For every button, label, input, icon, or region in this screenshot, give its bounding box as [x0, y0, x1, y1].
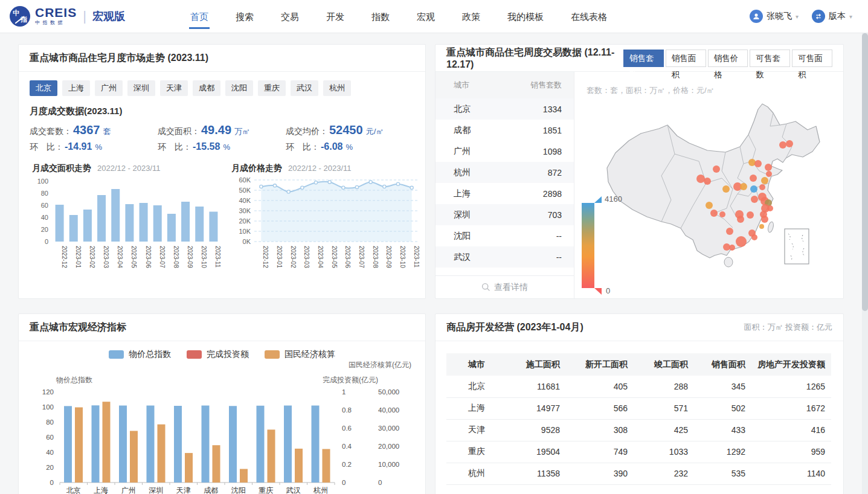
city-tab-深圳[interactable]: 深圳 — [127, 80, 155, 96]
view-detail-label: 查看详情 — [494, 282, 528, 293]
stat-ring-label: 环 比： — [286, 142, 320, 153]
weekly-tab-销售面积[interactable]: 销售面积 — [666, 50, 706, 67]
svg-text:10K: 10K — [239, 228, 251, 235]
nav-item-搜索[interactable]: 搜索 — [236, 0, 254, 33]
legend-label: 物价总指数 — [129, 349, 171, 360]
nav-item-指数[interactable]: 指数 — [371, 0, 390, 33]
weekly-tab-可售面积[interactable]: 可售面积 — [792, 50, 832, 67]
dev-cell: 425 — [634, 419, 694, 441]
svg-text:60: 60 — [41, 202, 48, 209]
svg-text:20K: 20K — [239, 217, 251, 225]
city-tab-北京[interactable]: 北京 — [30, 80, 57, 96]
search-icon — [481, 283, 490, 292]
dev-header-城市: 城市 — [446, 353, 502, 376]
user-menu[interactable]: 张晓飞 ▾ — [750, 10, 799, 23]
legend-label: 国民经济核算 — [285, 349, 335, 360]
colorbar-max-marker — [594, 196, 602, 203]
svg-text:2023-02: 2023-02 — [89, 246, 95, 268]
svg-text:2023-07: 2023-07 — [159, 246, 166, 268]
weekly-row-city: 深圳 — [436, 210, 513, 220]
svg-text:0: 0 — [378, 479, 382, 486]
svg-text:100: 100 — [37, 178, 48, 185]
nav-item-政策[interactable]: 政策 — [462, 0, 480, 33]
nav-item-开发[interactable]: 开发 — [326, 0, 344, 33]
stat-label: 成交套数： — [30, 126, 72, 137]
stat-ring-line: 环 比：-15.58% — [158, 141, 286, 153]
svg-text:0K: 0K — [243, 238, 251, 245]
dev-cell: 杭州 — [446, 463, 502, 484]
colorbar-max-label: 4160 — [605, 194, 622, 204]
dev-cell: 288 — [634, 376, 694, 397]
svg-text:2023-04: 2023-04 — [117, 246, 123, 268]
svg-text:80: 80 — [41, 190, 48, 197]
svg-text:40K: 40K — [239, 197, 251, 204]
dev-cell: 上海 — [446, 397, 502, 419]
svg-text:1: 1 — [342, 388, 346, 396]
version-menu[interactable]: 版本 ▾ — [812, 10, 852, 23]
weekly-row-value: 703 — [513, 210, 574, 220]
city-tab-沈阳[interactable]: 沈阳 — [225, 80, 253, 96]
weekly-row-value: 1851 — [513, 126, 574, 135]
colorbar-min-marker — [594, 288, 602, 295]
logo[interactable]: 中 指 CREIS 中指数据 | 宏观版 — [0, 6, 190, 27]
dev-panel-title: 商品房开发经营 (2023年1-04月) — [446, 321, 583, 334]
weekly-tab-销售价格[interactable]: 销售价格 — [708, 50, 748, 67]
city-tab-天津[interactable]: 天津 — [160, 80, 188, 96]
svg-text:2023-02: 2023-02 — [290, 246, 297, 268]
stat-value: 49.49 — [201, 123, 231, 137]
legend-item-国民经济核算[interactable]: 国民经济核算 — [265, 349, 335, 360]
svg-text:40: 40 — [46, 449, 54, 456]
stat-unit: 元/㎡ — [366, 126, 384, 137]
dev-cell: 571 — [634, 397, 694, 419]
dev-cell: 天津 — [446, 419, 502, 441]
weekly-transactions-panel: 重点城市商品住宅周度交易数据 (12.11-12.17) 销售套数销售面积销售价… — [435, 44, 844, 299]
nav-item-宏观[interactable]: 宏观 — [417, 0, 435, 33]
nav-menu: 首页搜索交易开发指数宏观政策我的模板在线表格 — [190, 0, 607, 33]
weekly-row-city: 广州 — [436, 146, 513, 157]
logo-char-bottom: 指 — [21, 15, 27, 24]
svg-text:成都: 成都 — [204, 486, 218, 494]
nav-item-我的模板[interactable]: 我的模板 — [507, 0, 544, 33]
city-tab-广州[interactable]: 广州 — [95, 80, 123, 96]
weekly-row-沈阳: 沈阳-- — [436, 225, 574, 246]
stat-value: 4367 — [73, 123, 100, 137]
dev-row-北京: 北京116814052883451265 — [446, 376, 831, 397]
weekly-tab-可售套数[interactable]: 可售套数 — [750, 50, 790, 67]
dev-cell: 11358 — [502, 463, 566, 484]
weekly-row-city: 武汉 — [436, 252, 513, 263]
chevron-down-icon: ▾ — [796, 13, 799, 20]
dev-table-header-row: 城市施工面积新开工面积竣工面积销售面积房地产开发投资额 — [446, 353, 831, 376]
weekly-row-city: 杭州 — [436, 167, 513, 178]
city-tab-武汉[interactable]: 武汉 — [291, 80, 318, 96]
macro-panel-title: 重点城市宏观经济指标 — [30, 321, 126, 334]
dev-cell: 416 — [751, 419, 831, 441]
china-map — [603, 98, 844, 298]
city-tab-杭州[interactable]: 杭州 — [323, 80, 351, 96]
page-scrollbar-thumb[interactable] — [862, 33, 868, 311]
city-tab-重庆[interactable]: 重庆 — [258, 80, 286, 96]
nav-right: 张晓飞 ▾ 版本 ▾ — [750, 10, 868, 23]
city-tab-上海[interactable]: 上海 — [62, 80, 90, 96]
city-tab-成都[interactable]: 成都 — [193, 80, 220, 96]
nav-item-首页[interactable]: 首页 — [190, 0, 208, 33]
legend-item-物价总指数[interactable]: 物价总指数 — [109, 349, 171, 360]
view-detail-button[interactable]: 查看详情 — [436, 275, 574, 298]
legend-item-完成投资额[interactable]: 完成投资额 — [187, 349, 249, 360]
stat-col-1: 成交面积：49.49万㎡环 比：-15.58% — [158, 123, 286, 157]
dev-row-杭州: 杭州113583902325351140 — [446, 463, 831, 484]
svg-text:30K: 30K — [239, 207, 251, 214]
legend-swatch — [265, 350, 280, 359]
svg-text:2023-03: 2023-03 — [103, 246, 109, 268]
stat-ring-unit: % — [346, 143, 353, 152]
weekly-table-header: 城市 销售套数 — [436, 72, 574, 98]
weekly-tab-销售套数[interactable]: 销售套数 — [623, 50, 664, 67]
svg-text:80: 80 — [46, 419, 54, 426]
nav-item-在线表格[interactable]: 在线表格 — [571, 0, 607, 33]
svg-text:杭州: 杭州 — [313, 486, 328, 494]
dev-cell: 11681 — [502, 376, 566, 397]
brand-edition: 宏观版 — [92, 9, 125, 24]
weekly-row-value: -- — [513, 231, 574, 241]
nav-item-交易[interactable]: 交易 — [281, 0, 299, 33]
svg-text:武汉: 武汉 — [286, 486, 301, 494]
svg-text:2023-07: 2023-07 — [358, 246, 365, 268]
